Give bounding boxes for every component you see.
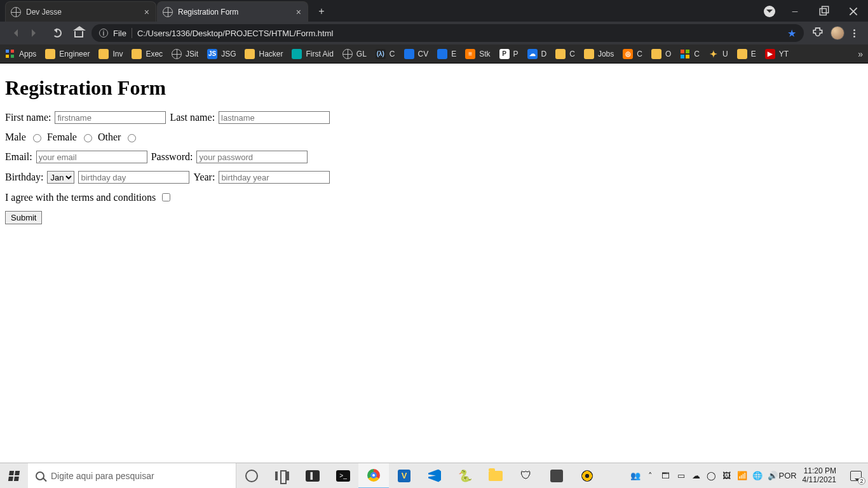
bookmark-item[interactable]: (λ)C (376, 49, 395, 59)
menu-button[interactable] (850, 29, 859, 37)
site-icon: ☁ (527, 49, 538, 59)
people-icon[interactable]: 👥 (630, 470, 641, 482)
gender-female-radio[interactable] (84, 134, 92, 142)
close-icon[interactable]: × (143, 8, 151, 17)
task-view-button[interactable] (267, 463, 297, 489)
terms-checkbox[interactable] (162, 193, 170, 201)
tray-chevron-up-icon[interactable]: ˄ (645, 470, 656, 482)
close-icon[interactable]: × (295, 8, 302, 17)
submit-button[interactable]: Submit (5, 211, 42, 224)
bookmark-item[interactable]: PP (499, 49, 519, 59)
tray-icon[interactable]: 🗔 (660, 470, 672, 482)
first-name-input[interactable] (55, 111, 166, 124)
bookmark-item[interactable]: Engineer (45, 49, 90, 59)
taskbar-app[interactable] (541, 463, 572, 489)
back-button[interactable] (5, 24, 23, 42)
tray-icon[interactable]: 🖼 (721, 470, 733, 482)
windows-icon (8, 471, 20, 481)
volume-icon[interactable]: 🔊 (767, 470, 778, 482)
taskbar-app[interactable] (419, 463, 450, 489)
taskbar-app[interactable]: 🐍 (450, 463, 480, 489)
site-info-icon[interactable]: i (99, 29, 108, 37)
bookmark-item[interactable]: Inv (98, 49, 123, 59)
virtualbox-icon: V (398, 470, 410, 482)
language-indicator[interactable]: POR (782, 470, 794, 482)
vscode-icon (428, 470, 441, 482)
address-bar[interactable]: i File C:/Users/1336/Desktop/PROJECTS/HT… (92, 24, 804, 42)
bookmark-item[interactable]: JSJSG (207, 49, 236, 59)
birthday-year-input[interactable] (219, 171, 330, 184)
birthday-day-input[interactable] (78, 171, 189, 184)
start-button[interactable] (0, 463, 28, 489)
disc-icon (581, 470, 593, 482)
taskbar-search[interactable]: Digite aqui para pesquisar (28, 463, 236, 489)
email-input[interactable] (36, 151, 147, 163)
bookmark-label: E (751, 50, 756, 58)
bookmark-item[interactable]: ✦U (709, 49, 728, 59)
onedrive-icon[interactable]: ☁ (691, 470, 702, 482)
extensions-icon[interactable] (811, 26, 825, 40)
taskbar-chrome[interactable] (358, 463, 389, 489)
tab-active[interactable]: Registration Form × (157, 1, 308, 22)
bookmark-item[interactable]: ≡Stk (465, 49, 490, 59)
home-button[interactable] (70, 24, 88, 42)
battery-icon[interactable]: ▭ (675, 470, 687, 482)
tab-inactive[interactable]: Dev Jesse × (5, 1, 156, 22)
bookmark-item[interactable]: Apps (5, 49, 36, 59)
bookmark-item[interactable]: C (680, 49, 700, 59)
taskbar-app[interactable]: V (389, 463, 419, 489)
new-tab-button[interactable]: + (313, 3, 330, 20)
maximize-button[interactable] (810, 1, 839, 22)
bookmark-item[interactable]: GL (342, 49, 367, 59)
bookmark-item[interactable]: Exec (132, 49, 163, 59)
taskbar-app[interactable]: 🛡 (511, 463, 541, 489)
wifi-icon[interactable]: 📶 (736, 470, 748, 482)
bookmark-item[interactable]: Jobs (584, 49, 614, 59)
bookmark-item[interactable]: CV (404, 49, 429, 59)
bookmark-item[interactable]: First Aid (292, 49, 333, 59)
submit-row: Submit (5, 211, 863, 224)
taskbar-app[interactable] (480, 463, 511, 489)
minimize-button[interactable]: ─ (780, 1, 810, 22)
taskbar-app[interactable] (572, 463, 602, 489)
gender-other-radio[interactable] (128, 134, 136, 142)
bookmark-item[interactable]: ☁D (527, 49, 547, 59)
url-prefix: File (113, 29, 126, 38)
svg-rect-0 (820, 9, 826, 15)
terms-label: I agree with the terms and conditions (5, 192, 156, 203)
tray-icon[interactable]: ◯ (706, 470, 717, 482)
folder-icon (555, 49, 566, 59)
gender-female-label: Female (47, 132, 77, 143)
taskbar-app[interactable]: >_ (328, 463, 358, 489)
site-icon (292, 49, 302, 59)
bookmark-item[interactable]: E (437, 49, 456, 59)
bookmark-star-icon[interactable]: ★ (787, 27, 796, 39)
bookmark-label: First Aid (306, 50, 333, 58)
taskbar-clock[interactable]: 11:20 PM 4/11/2021 (797, 467, 841, 485)
gender-male-radio[interactable] (33, 134, 41, 142)
forward-button[interactable] (27, 24, 44, 42)
bookmarks-overflow-icon[interactable]: » (858, 49, 863, 59)
bookmark-item[interactable]: Hacker (245, 49, 283, 59)
birthday-month-select[interactable]: Jan (47, 171, 74, 184)
email-label: Email: (5, 151, 32, 163)
bookmark-item[interactable]: JSit (172, 49, 198, 59)
profile-avatar[interactable] (831, 26, 844, 40)
system-tray: 👥 ˄ 🗔 ▭ ☁ ◯ 🖼 📶 🌐 🔊 POR 11:20 PM 4/11/20… (625, 463, 868, 489)
url-text: C:/Users/1336/Desktop/PROJECTS/HTML/Form… (137, 29, 782, 38)
bookmark-item[interactable]: ◎C (623, 49, 642, 59)
bookmark-item[interactable]: ▶YT (765, 49, 789, 59)
last-name-input[interactable] (219, 111, 330, 124)
action-center-button[interactable]: 2 (845, 463, 867, 489)
network-icon[interactable]: 🌐 (752, 470, 763, 482)
bookmark-item[interactable]: O (651, 49, 671, 59)
bookmark-item[interactable]: E (737, 49, 756, 59)
bookmark-label: CV (418, 50, 429, 58)
cortana-button[interactable] (236, 463, 267, 489)
reload-button[interactable] (48, 24, 66, 42)
bookmark-item[interactable]: C (555, 49, 575, 59)
password-input[interactable] (196, 151, 308, 163)
close-window-button[interactable] (839, 1, 868, 22)
taskbar-app[interactable]: ▌ (297, 463, 328, 489)
account-menu-icon[interactable] (764, 6, 775, 17)
